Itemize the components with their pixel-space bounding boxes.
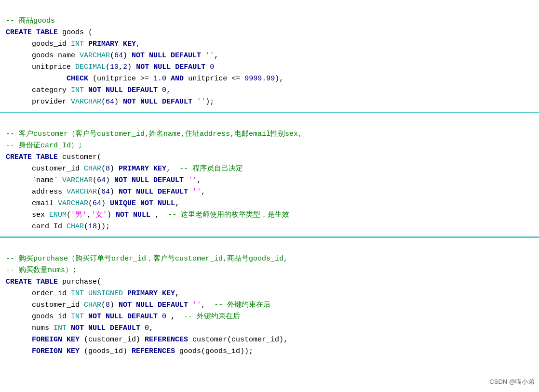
kw-create-3: CREATE [6, 278, 32, 286]
kw-create-1: CREATE [6, 28, 32, 37]
kw-create-2: CREATE [6, 153, 32, 161]
comment-purchase-2: -- 购买数量nums）; [6, 266, 77, 274]
code-block-customer: -- 客户customer（客户号customer_id,姓名name,住址ad… [0, 113, 539, 238]
comment-customer-1: -- 客户customer（客户号customer_id,姓名name,住址ad… [6, 130, 302, 138]
comment-goods: -- 商品goods [6, 17, 55, 25]
comment-customer-2: -- 身份证card_Id）; [6, 142, 82, 150]
watermark: CSDN @喵小弟 [489, 377, 534, 387]
code-block-goods: -- 商品goods CREATE TABLE goods ( goods_id… [0, 0, 539, 113]
code-block-purchase: -- 购买purchase（购买订单号order_id，客户号customer_… [0, 238, 539, 361]
comment-purchase-1: -- 购买purchase（购买订单号order_id，客户号customer_… [6, 255, 288, 263]
